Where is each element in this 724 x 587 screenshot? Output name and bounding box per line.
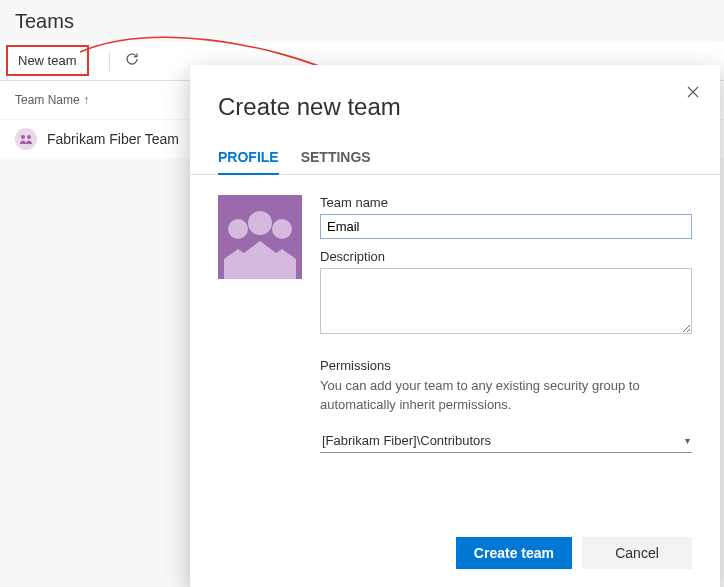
close-button[interactable] (684, 83, 702, 104)
create-team-dialog: Create new team PROFILE SETTINGS Team na… (190, 65, 720, 587)
permissions-select[interactable]: [Fabrikam Fiber]\Contributors ▾ (320, 429, 692, 453)
create-team-button[interactable]: Create team (456, 537, 572, 569)
close-icon (686, 85, 700, 102)
team-avatar-preview[interactable] (218, 195, 302, 279)
dialog-title: Create new team (218, 93, 401, 121)
svg-point-0 (21, 135, 25, 139)
tab-settings[interactable]: SETTINGS (301, 143, 371, 174)
tab-profile[interactable]: PROFILE (218, 143, 279, 175)
page-title: Teams (15, 10, 74, 32)
svg-point-5 (272, 219, 292, 239)
permissions-label: Permissions (320, 358, 692, 373)
team-name-input[interactable] (320, 214, 692, 239)
svg-point-3 (228, 219, 248, 239)
new-team-button[interactable]: New team (6, 45, 89, 76)
chevron-down-icon: ▾ (685, 435, 690, 446)
team-name-label: Fabrikam Fiber Team (47, 131, 179, 147)
cancel-button[interactable]: Cancel (582, 537, 692, 569)
dialog-tabs: PROFILE SETTINGS (190, 133, 720, 175)
team-avatar-icon (15, 128, 37, 150)
svg-point-1 (27, 135, 31, 139)
refresh-icon (124, 53, 140, 70)
permissions-help-text: You can add your team to any existing se… (320, 377, 692, 415)
refresh-button[interactable] (120, 47, 144, 75)
team-name-label: Team name (320, 195, 692, 210)
svg-point-4 (248, 211, 272, 235)
description-label: Description (320, 249, 692, 264)
permissions-select-value: [Fabrikam Fiber]\Contributors (322, 433, 491, 448)
description-input[interactable] (320, 268, 692, 334)
toolbar-divider (109, 51, 110, 71)
